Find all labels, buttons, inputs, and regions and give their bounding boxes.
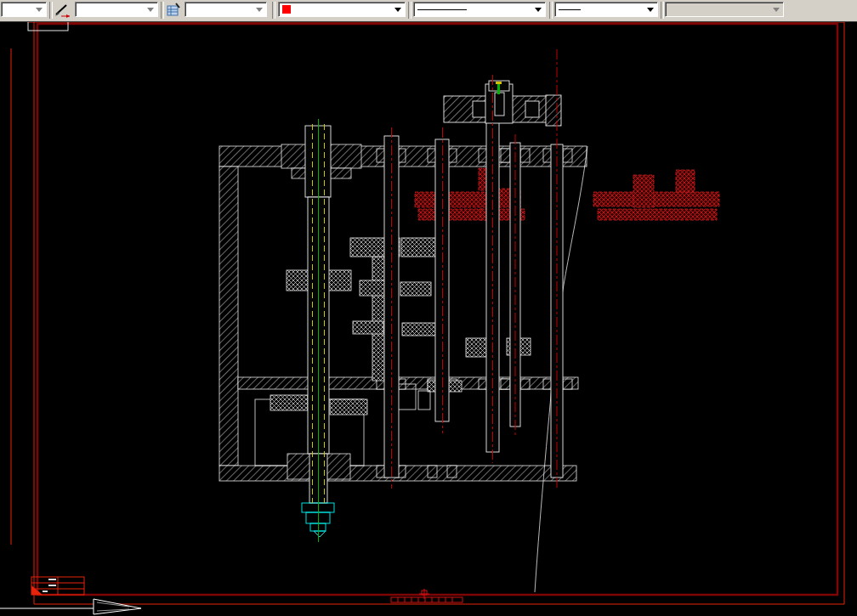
lineweight-swatch — [559, 9, 581, 10]
dim-style-name-combo[interactable] — [75, 2, 158, 17]
linetype-swatch — [417, 9, 467, 10]
chevron-down-icon[interactable] — [394, 8, 401, 15]
corner-block — [31, 577, 84, 595]
chevron-down-icon[interactable] — [647, 8, 654, 15]
dim-style-icon[interactable] — [53, 2, 73, 19]
chevron-down-icon[interactable] — [147, 8, 154, 15]
lineweight-control-combo[interactable] — [554, 2, 658, 17]
ucs-icon — [0, 599, 141, 614]
dim-style-combo[interactable] — [1, 2, 47, 17]
chevron-down-icon[interactable] — [535, 8, 542, 15]
color-swatch-red — [282, 5, 291, 14]
toolbar — [0, 0, 857, 22]
linetype-control-combo[interactable] — [413, 2, 546, 17]
color-control-combo[interactable] — [278, 2, 406, 17]
plot-style-combo — [665, 2, 784, 17]
chevron-down-icon — [773, 8, 780, 15]
toolbar-separator — [408, 2, 411, 19]
gearbox-housing — [219, 144, 587, 592]
toolbar-separator — [549, 2, 553, 19]
chevron-down-icon[interactable] — [36, 8, 43, 15]
sheet-frame — [11, 16, 848, 604]
phantom-gears — [415, 168, 719, 220]
table-style-icon[interactable] — [164, 2, 184, 19]
text-style-combo[interactable] — [184, 2, 267, 17]
toolbar-separator — [272, 2, 275, 19]
cad-application-window — [0, 0, 857, 616]
drawing-canvas[interactable] — [0, 0, 857, 616]
shafts — [305, 81, 563, 503]
chevron-down-icon[interactable] — [256, 8, 263, 15]
toolbar-separator — [661, 2, 664, 19]
